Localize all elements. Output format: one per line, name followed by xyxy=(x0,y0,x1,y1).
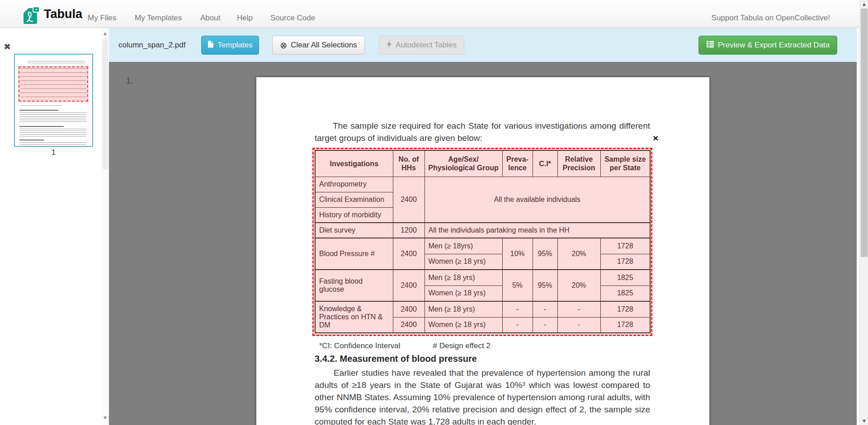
templates-button[interactable]: Templates xyxy=(201,36,259,55)
clear-label: Clear All Selections xyxy=(291,41,357,50)
sidebar-scrollbar[interactable]: ▲ ▼ xyxy=(101,28,109,425)
main-scrollbar[interactable]: ▲ ▼ xyxy=(859,0,868,425)
clear-all-selections-button[interactable]: ⊗ Clear All Selections xyxy=(272,36,365,55)
lightning-icon xyxy=(387,41,392,50)
thumb-text-lines xyxy=(20,105,62,107)
remove-file-icon[interactable]: ✖ xyxy=(4,42,11,51)
preview-export-button[interactable]: Preview & Export Extracted Data xyxy=(698,36,837,55)
page-thumbnail[interactable] xyxy=(14,54,93,147)
sidebar-scrollbar-thumb[interactable] xyxy=(102,39,108,170)
scroll-up-icon[interactable]: ▲ xyxy=(101,31,109,36)
thumb-heading-line xyxy=(19,110,58,111)
main-scrollbar-thumb[interactable] xyxy=(861,9,868,257)
pdf-footnote: *CI: Confidence Interval # Design effect… xyxy=(319,341,491,350)
circle-x-icon: ⊗ xyxy=(280,41,287,50)
export-label: Preview & Export Extracted Data xyxy=(718,41,830,50)
thumb-text-lines xyxy=(19,112,86,123)
document-filename: column_span_2.pdf xyxy=(118,41,185,50)
thumb-heading-line xyxy=(19,140,44,140)
templates-label: Templates xyxy=(217,41,252,50)
thumbnail-sidebar: ✖ 1 ▲ ▼ xyxy=(0,28,109,425)
nav-my-templates[interactable]: My Templates xyxy=(135,14,182,23)
scroll-down-icon[interactable]: ▼ xyxy=(101,416,109,420)
support-link[interactable]: Support Tabula on OpenCollective! xyxy=(712,14,830,23)
nav-about[interactable]: About xyxy=(200,14,220,23)
table-selection-region[interactable] xyxy=(312,148,652,336)
page-marker: 1. xyxy=(126,76,133,86)
pdf-intro-text: The sample size required for each State … xyxy=(315,120,650,144)
footnote-design-effect: # Design effect 2 xyxy=(433,341,491,350)
brand-title[interactable]: Tabula xyxy=(44,7,82,21)
pdf-workspace: 1. The sample size required for each Sta… xyxy=(109,62,857,425)
toolbar: column_span_2.pdf Templates ⊗ Clear All … xyxy=(109,28,857,62)
thumb-text-lines xyxy=(19,142,86,146)
pdf-page[interactable]: The sample size required for each State … xyxy=(256,77,709,425)
nav-my-files[interactable]: My Files xyxy=(88,14,116,23)
pdf-section-heading: 3.4.2. Measurement of blood pressure xyxy=(315,354,477,364)
tabula-logo-icon xyxy=(23,4,40,24)
thumbnail-page-number: 1 xyxy=(14,149,93,157)
pdf-paragraph: Earlier studies have revealed that the p… xyxy=(315,367,650,425)
autodetect-tables-button[interactable]: Autodetect Tables xyxy=(379,36,464,55)
spreadsheet-icon xyxy=(706,41,714,50)
thumb-heading-line xyxy=(19,126,64,127)
navbar: Tabula My Files My Templates About Help … xyxy=(0,0,859,28)
scroll-down-icon[interactable]: ▼ xyxy=(860,419,868,423)
thumb-selection-box xyxy=(19,66,88,102)
scroll-up-icon[interactable]: ▲ xyxy=(860,2,868,6)
nav-source-code[interactable]: Source Code xyxy=(270,14,315,23)
thumb-table-lines xyxy=(20,68,86,100)
thumb-text-lines xyxy=(19,129,86,137)
templates-icon xyxy=(208,41,214,50)
thumb-text-lines xyxy=(28,61,85,65)
tabula-app: Tabula My Files My Templates About Help … xyxy=(0,0,868,425)
nav-help[interactable]: Help xyxy=(237,14,253,23)
autodetect-label: Autodetect Tables xyxy=(396,41,457,50)
selection-delete-icon[interactable]: × xyxy=(653,133,658,143)
footnote-ci: *CI: Confidence Interval xyxy=(319,341,401,350)
